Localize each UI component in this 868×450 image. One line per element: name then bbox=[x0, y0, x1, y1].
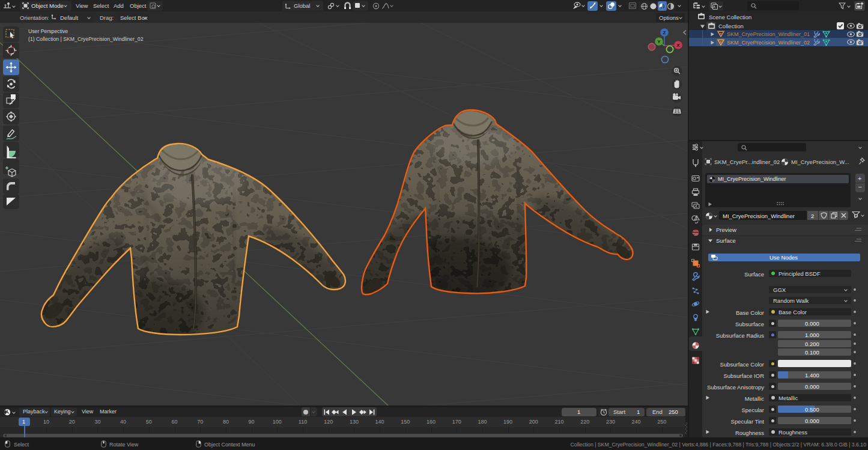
svg-text:X: X bbox=[676, 43, 680, 48]
svg-text:Y: Y bbox=[657, 39, 661, 44]
svg-text:Z: Z bbox=[663, 30, 666, 35]
